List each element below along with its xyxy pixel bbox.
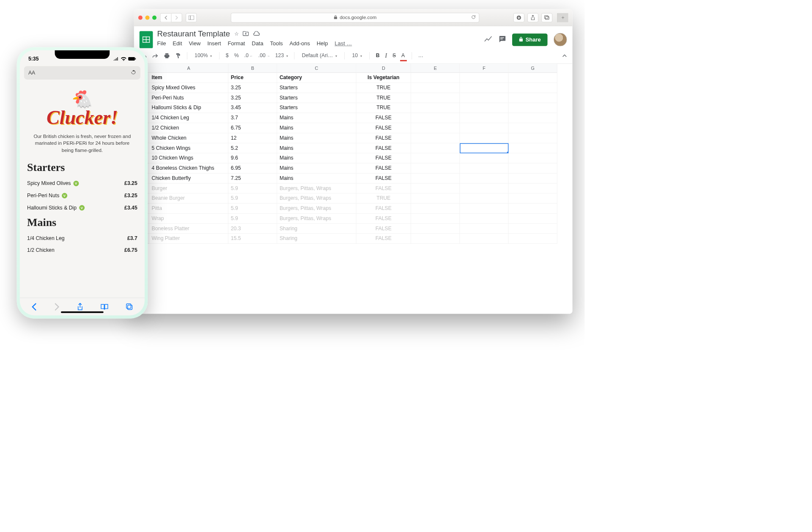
activity-icon[interactable] — [484, 36, 492, 44]
cell[interactable]: Spicy Mixed Olives — [149, 83, 228, 93]
font-size-dropdown[interactable]: 10 — [350, 52, 365, 60]
cell[interactable] — [411, 93, 460, 103]
cell[interactable] — [460, 103, 508, 113]
number-format-dropdown[interactable]: 123 — [274, 52, 289, 60]
cell[interactable]: 20.3 — [228, 223, 277, 234]
cell[interactable] — [460, 214, 508, 224]
cell[interactable] — [460, 223, 508, 234]
cell[interactable]: 5.2 — [228, 143, 277, 153]
cell[interactable]: Sharing — [277, 234, 356, 244]
cell[interactable]: Mains — [277, 174, 356, 184]
cell[interactable] — [508, 223, 557, 234]
comments-icon[interactable] — [498, 36, 506, 44]
menu-format[interactable]: Format — [228, 41, 245, 47]
column-header[interactable]: E — [411, 63, 460, 73]
reader-mode-icon[interactable]: AA — [28, 70, 35, 76]
cell[interactable]: FALSE — [356, 163, 411, 174]
column-header[interactable]: B — [228, 63, 277, 73]
menu-item[interactable]: Spicy Mixed OlivesV£3.25 — [27, 177, 137, 190]
cell[interactable]: 5.9 — [228, 204, 277, 214]
font-dropdown[interactable]: Default (Ari… — [299, 52, 340, 60]
cell[interactable]: 6.95 — [228, 163, 277, 174]
menu-item[interactable]: Halloumi Sticks & DipV£3.45 — [27, 202, 137, 214]
cell[interactable]: TRUE — [356, 93, 411, 103]
cell[interactable]: 1/2 Chicken — [149, 123, 228, 133]
menu-item[interactable]: 1/2 Chicken£6.75 — [27, 245, 137, 257]
cell[interactable] — [411, 103, 460, 113]
cell[interactable] — [460, 183, 508, 193]
cell[interactable] — [460, 234, 508, 244]
cell[interactable]: Starters — [277, 103, 356, 113]
cell[interactable]: FALSE — [356, 113, 411, 123]
menu-item[interactable]: Peri-Peri NutsV£3.25 — [27, 190, 137, 202]
bold-button[interactable]: B — [375, 52, 381, 60]
cloud-icon[interactable] — [253, 31, 260, 37]
reload-icon[interactable] — [131, 69, 136, 77]
menu-file[interactable]: File — [157, 41, 166, 47]
cell[interactable] — [411, 174, 460, 184]
more-button[interactable]: … — [417, 52, 425, 60]
cell[interactable] — [460, 73, 508, 83]
reload-icon[interactable] — [471, 14, 476, 20]
cell[interactable] — [460, 123, 508, 133]
cell[interactable]: Mains — [277, 113, 356, 123]
last-edit-link[interactable]: Last … — [335, 41, 352, 47]
cell[interactable]: FALSE — [356, 133, 411, 143]
back-button[interactable] — [160, 13, 171, 22]
cell[interactable] — [508, 204, 557, 214]
cell[interactable]: FALSE — [356, 143, 411, 153]
close-window-icon[interactable] — [138, 15, 143, 19]
cell[interactable]: Halloumi Sticks & Dip — [149, 103, 228, 113]
menu-add-ons[interactable]: Add-ons — [290, 41, 310, 47]
menu-tools[interactable]: Tools — [270, 41, 283, 47]
cell[interactable]: FALSE — [356, 204, 411, 214]
doc-title[interactable]: Restaurant Template — [157, 29, 230, 39]
cell[interactable]: 9.6 — [228, 153, 277, 163]
cell[interactable]: FALSE — [356, 153, 411, 163]
cell[interactable]: 15.5 — [228, 234, 277, 244]
cell[interactable] — [460, 204, 508, 214]
cell[interactable] — [460, 163, 508, 174]
column-header[interactable]: C — [277, 63, 356, 73]
cell[interactable]: Chicken Butterfly — [149, 174, 228, 184]
cell[interactable] — [411, 214, 460, 224]
menu-data[interactable]: Data — [252, 41, 263, 47]
cell[interactable] — [508, 83, 557, 93]
cell[interactable]: 3.45 — [228, 103, 277, 113]
url-field[interactable]: docs.google.com — [231, 13, 480, 22]
currency-button[interactable]: $ — [225, 52, 230, 60]
cell[interactable]: Mains — [277, 143, 356, 153]
cell[interactable] — [508, 153, 557, 163]
cell[interactable]: Pitta — [149, 204, 228, 214]
text-color-button[interactable]: A — [400, 52, 407, 60]
cell[interactable]: 5.9 — [228, 183, 277, 193]
cell[interactable]: 3.25 — [228, 83, 277, 93]
cell[interactable]: TRUE — [356, 103, 411, 113]
cell[interactable] — [411, 73, 460, 83]
menu-edit[interactable]: Edit — [173, 41, 182, 47]
cell[interactable] — [508, 174, 557, 184]
cell[interactable]: Starters — [277, 83, 356, 93]
cell[interactable]: Mains — [277, 123, 356, 133]
cell[interactable] — [508, 73, 557, 83]
cell[interactable]: Price — [228, 73, 277, 83]
italic-button[interactable]: I — [384, 51, 388, 61]
cell[interactable]: Category — [277, 73, 356, 83]
print-button[interactable] — [162, 52, 171, 60]
cell[interactable]: FALSE — [356, 214, 411, 224]
cell[interactable] — [460, 113, 508, 123]
cell[interactable]: Wrap — [149, 214, 228, 224]
minimize-window-icon[interactable] — [145, 15, 149, 19]
cell[interactable] — [460, 193, 508, 204]
share-icon[interactable] — [77, 303, 83, 311]
cell[interactable]: Starters — [277, 93, 356, 103]
column-header[interactable]: D — [356, 63, 411, 73]
column-header[interactable]: G — [508, 63, 557, 73]
cell[interactable]: Burger — [149, 183, 228, 193]
cell[interactable]: 7.25 — [228, 174, 277, 184]
cell[interactable] — [411, 204, 460, 214]
avatar[interactable] — [554, 33, 567, 47]
cell[interactable]: 1/4 Chicken Leg — [149, 113, 228, 123]
cell[interactable]: 4 Boneless Chicken Thighs — [149, 163, 228, 174]
share-button[interactable] — [527, 13, 538, 22]
